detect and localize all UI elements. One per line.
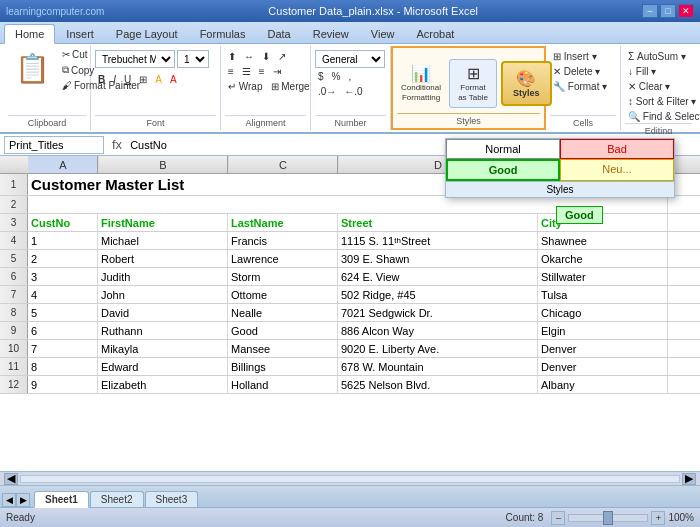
tab-acrobat[interactable]: Acrobat xyxy=(405,24,465,43)
cell[interactable]: Elizabeth xyxy=(98,376,228,393)
styles-button[interactable]: 🎨 Styles xyxy=(501,61,552,106)
sheet-scroll-left[interactable]: ◀ xyxy=(2,493,16,507)
tab-insert[interactable]: Insert xyxy=(55,24,105,43)
align-bottom-button[interactable]: ⬇ xyxy=(259,50,273,63)
style-normal-option[interactable]: Normal xyxy=(446,139,560,159)
cell[interactable]: 6 xyxy=(28,322,98,339)
font-size-select[interactable]: 11 xyxy=(177,50,209,68)
tab-page-layout[interactable]: Page Layout xyxy=(105,24,189,43)
style-neutral-option[interactable]: Neu... xyxy=(560,159,674,181)
cell[interactable]: 678 W. Mountain xyxy=(338,358,538,375)
cell[interactable]: Ruthann xyxy=(98,322,228,339)
style-bad-option[interactable]: Bad xyxy=(560,139,674,159)
merge-button[interactable]: ⊞ Merge xyxy=(268,80,313,93)
cell[interactable]: 7021 Sedgwick Dr. xyxy=(338,304,538,321)
cell[interactable]: Storm xyxy=(228,268,338,285)
cell[interactable]: Chicago xyxy=(538,304,668,321)
cell[interactable]: FirstName xyxy=(98,214,228,231)
currency-button[interactable]: $ xyxy=(315,70,327,83)
cell[interactable]: 3 xyxy=(28,268,98,285)
cell[interactable]: CustNo xyxy=(28,214,98,231)
cell[interactable]: 4 xyxy=(28,286,98,303)
insert-cells-button[interactable]: ⊞ Insert ▾ xyxy=(550,50,600,63)
decrease-decimal-button[interactable]: ←.0 xyxy=(341,85,365,98)
cell[interactable]: Stillwater xyxy=(538,268,668,285)
cell[interactable]: 624 E. View xyxy=(338,268,538,285)
sheet-scroll-right[interactable]: ▶ xyxy=(16,493,30,507)
align-top-button[interactable]: ⬆ xyxy=(225,50,239,63)
sheet-tab-1[interactable]: Sheet1 xyxy=(34,491,89,508)
cell[interactable]: Good xyxy=(228,322,338,339)
increase-decimal-button[interactable]: .0→ xyxy=(315,85,339,98)
bold-button[interactable]: B xyxy=(95,73,108,86)
orientation-button[interactable]: ↗ xyxy=(275,50,289,63)
conditional-formatting-button[interactable]: 📊 ConditionalFormatting xyxy=(397,59,445,107)
sort-filter-button[interactable]: ↕ Sort & Filter ▾ xyxy=(625,95,699,108)
cell[interactable]: 502 Ridge, #45 xyxy=(338,286,538,303)
scroll-right-btn[interactable]: ▶ xyxy=(682,473,696,485)
tab-data[interactable]: Data xyxy=(256,24,301,43)
format-as-table-button[interactable]: ⊞ Formatas Table xyxy=(449,59,497,107)
tab-review[interactable]: Review xyxy=(302,24,360,43)
name-box[interactable]: Print_Titles xyxy=(4,136,104,154)
cell[interactable]: Robert xyxy=(98,250,228,267)
cell[interactable]: 8 xyxy=(28,358,98,375)
autosum-button[interactable]: Σ AutoSum ▾ xyxy=(625,50,689,63)
paste-button[interactable]: 📋 xyxy=(8,48,57,89)
style-good-option[interactable]: Good xyxy=(446,159,560,181)
cell[interactable]: Holland xyxy=(228,376,338,393)
cell[interactable]: David xyxy=(98,304,228,321)
cell[interactable]: LastName xyxy=(228,214,338,231)
cell[interactable]: Elgin xyxy=(538,322,668,339)
col-header-c[interactable]: C xyxy=(228,156,338,173)
zoom-thumb[interactable] xyxy=(603,511,613,525)
cell[interactable]: 886 Alcon Way xyxy=(338,322,538,339)
cell[interactable]: Ottome xyxy=(228,286,338,303)
cell[interactable]: 1 xyxy=(28,232,98,249)
cell[interactable]: John xyxy=(98,286,228,303)
cell[interactable]: Denver xyxy=(538,340,668,357)
tab-home[interactable]: Home xyxy=(4,24,55,44)
cell[interactable]: Albany xyxy=(538,376,668,393)
scrollbar-track[interactable] xyxy=(20,475,680,483)
cell[interactable]: 7 xyxy=(28,340,98,357)
wrap-text-button[interactable]: ↵ Wrap xyxy=(225,80,266,93)
cell[interactable]: 2 xyxy=(28,250,98,267)
percent-button[interactable]: % xyxy=(329,70,344,83)
align-right-button[interactable]: ≡ xyxy=(256,65,268,78)
format-cells-button[interactable]: 🔧 Format ▾ xyxy=(550,80,610,93)
clear-button[interactable]: ✕ Clear ▾ xyxy=(625,80,673,93)
cell[interactable]: Francis xyxy=(228,232,338,249)
cell[interactable]: 5625 Nelson Blvd. xyxy=(338,376,538,393)
cell[interactable]: 5 xyxy=(28,304,98,321)
tab-formulas[interactable]: Formulas xyxy=(189,24,257,43)
minimize-btn[interactable]: – xyxy=(642,4,658,18)
zoom-out-btn[interactable]: – xyxy=(551,511,565,525)
cell[interactable]: Street xyxy=(338,214,538,231)
cell[interactable]: Okarche xyxy=(538,250,668,267)
maximize-btn[interactable]: □ xyxy=(660,4,676,18)
font-color-button[interactable]: A xyxy=(167,73,180,86)
cell[interactable]: 9020 E. Liberty Ave. xyxy=(338,340,538,357)
cell[interactable]: 1115 S. 11th Street xyxy=(338,232,538,249)
cell[interactable]: 309 E. Shawn xyxy=(338,250,538,267)
cell[interactable]: Shawnee xyxy=(538,232,668,249)
find-select-button[interactable]: 🔍 Find & Select ▾ xyxy=(625,110,700,123)
border-button[interactable]: ⊞ xyxy=(136,73,150,86)
fill-button[interactable]: ↓ Fill ▾ xyxy=(625,65,659,78)
scroll-left-btn[interactable]: ◀ xyxy=(4,473,18,485)
tab-view[interactable]: View xyxy=(360,24,406,43)
close-btn[interactable]: ✕ xyxy=(678,4,694,18)
align-left-button[interactable]: ≡ xyxy=(225,65,237,78)
number-format-select[interactable]: General xyxy=(315,50,385,68)
cell[interactable]: Mikayla xyxy=(98,340,228,357)
comma-button[interactable]: , xyxy=(345,70,354,83)
cell[interactable]: Denver xyxy=(538,358,668,375)
horizontal-scrollbar[interactable]: ◀ ▶ xyxy=(0,471,700,485)
cell[interactable]: Billings xyxy=(228,358,338,375)
cell[interactable]: Mansee xyxy=(228,340,338,357)
cell[interactable]: Lawrence xyxy=(228,250,338,267)
italic-button[interactable]: I xyxy=(110,73,119,86)
cell[interactable]: Judith xyxy=(98,268,228,285)
cell[interactable]: Nealle xyxy=(228,304,338,321)
